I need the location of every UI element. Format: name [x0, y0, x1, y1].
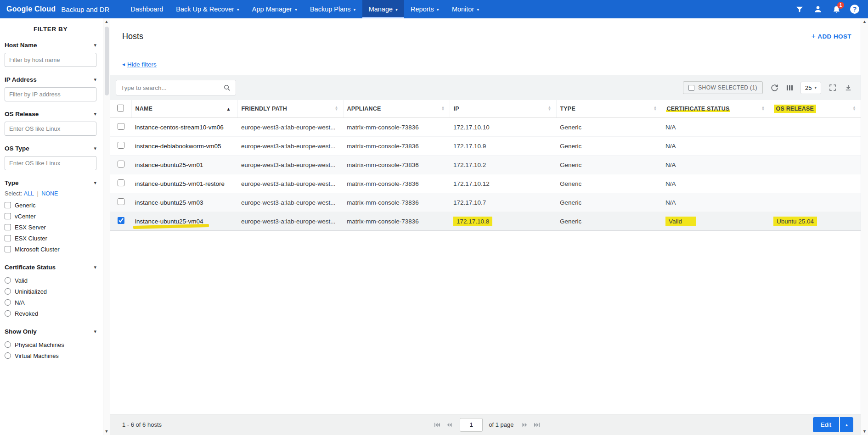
table-row-selected[interactable]: instance-ubuntu25-vm04 europe-west3-a:la… [110, 212, 861, 231]
radio-button[interactable] [5, 299, 11, 306]
column-header-name[interactable]: NAME▲ [131, 100, 237, 118]
column-header-ip[interactable]: IP▲▼ [450, 100, 556, 118]
select-all-checkbox-header[interactable] [110, 100, 131, 118]
checkbox[interactable] [5, 235, 11, 241]
user-account-icon[interactable] [810, 1, 826, 17]
filter-header-host-name[interactable]: Host Name ▾ [5, 42, 96, 49]
type-option-esx-server[interactable]: ESX Server [5, 222, 96, 233]
row-checkbox[interactable] [118, 142, 124, 149]
table-row[interactable]: instance-centos-stream10-vm06 europe-wes… [110, 118, 861, 137]
nav-item-dashboard[interactable]: Dashboard [124, 0, 169, 18]
column-settings-icon[interactable] [786, 84, 793, 91]
row-checkbox[interactable] [118, 179, 124, 186]
filter-header-show-only[interactable]: Show Only ▾ [5, 328, 96, 335]
notifications-bell-icon[interactable]: 1 [829, 1, 844, 17]
radio-button[interactable] [5, 341, 11, 348]
row-checkbox[interactable] [118, 161, 124, 167]
cert-option-valid[interactable]: Valid [5, 275, 96, 286]
row-checkbox[interactable] [118, 123, 124, 130]
nav-item-backup-plans[interactable]: Backup Plans▾ [304, 0, 362, 18]
type-option-generic[interactable]: Generic [5, 200, 96, 211]
select-none-link[interactable]: NONE [41, 190, 58, 197]
sort-icon[interactable]: ▲▼ [334, 106, 338, 111]
search-input[interactable] [121, 84, 223, 91]
first-page-icon[interactable] [433, 421, 441, 429]
search-icon[interactable] [223, 84, 231, 92]
row-checkbox[interactable] [118, 198, 124, 205]
os-type-filter-input[interactable] [5, 156, 96, 170]
column-header-certificate-status[interactable]: CERTIFICATE STATUS▲▼ [662, 100, 770, 118]
table-row[interactable]: instance-ubuntu25-vm01 europe-west3-a:la… [110, 156, 861, 174]
nav-item-monitor[interactable]: Monitor▾ [445, 0, 485, 18]
filter-icon[interactable] [792, 1, 807, 17]
checkbox[interactable] [5, 202, 11, 208]
nav-item-manage[interactable]: Manage▾ [362, 0, 404, 18]
sort-icon[interactable]: ▲▼ [653, 106, 657, 111]
ip-address-filter-input[interactable] [5, 87, 96, 101]
show-only-virtual-machines[interactable]: Virtual Machines [5, 350, 96, 361]
filter-header-certificate-status[interactable]: Certificate Status ▾ [5, 264, 96, 271]
download-icon[interactable] [844, 84, 852, 92]
filter-header-os-type[interactable]: OS Type ▾ [5, 145, 96, 152]
nav-item-reports[interactable]: Reports▾ [404, 0, 445, 18]
sort-icon[interactable]: ▲▼ [547, 106, 551, 111]
edit-menu-caret-button[interactable]: ▴ [840, 417, 853, 432]
next-page-icon[interactable] [520, 421, 529, 429]
page-number-input[interactable] [460, 418, 483, 432]
select-all-link[interactable]: ALL [24, 190, 34, 197]
filter-header-os-release[interactable]: OS Release ▾ [5, 111, 96, 117]
checkbox[interactable] [688, 85, 694, 91]
hide-filters-link[interactable]: ◂ Hide filters [122, 60, 157, 69]
table-row[interactable]: instance-ubuntu25-vm01-restore europe-we… [110, 174, 861, 193]
hosts-main-panel: Hosts + ADD HOST ◂ Hide filters SHOW SEL… [110, 18, 861, 435]
type-option-microsoft-cluster[interactable]: Microsoft Cluster [5, 244, 96, 255]
column-header-appliance[interactable]: APPLIANCE▲▼ [343, 100, 450, 118]
refresh-icon[interactable] [770, 84, 779, 92]
sort-icon[interactable]: ▲▼ [441, 106, 445, 111]
cert-option-uninitialized[interactable]: Uninitialized [5, 286, 96, 297]
radio-button[interactable] [5, 310, 11, 317]
table-row[interactable]: instance-debiabookworm-vm05 europe-west3… [110, 137, 861, 156]
sort-ascending-icon[interactable]: ▲ [226, 106, 231, 112]
cert-option-revoked[interactable]: Revoked [5, 308, 96, 319]
type-option-esx-cluster[interactable]: ESX Cluster [5, 233, 96, 244]
checkbox[interactable] [5, 213, 11, 219]
help-icon[interactable]: ? [847, 1, 862, 17]
scrollbar-thumb[interactable] [105, 27, 109, 95]
checkbox[interactable] [5, 224, 11, 230]
last-page-icon[interactable] [533, 421, 541, 429]
cert-option-na[interactable]: N/A [5, 297, 96, 308]
filter-header-type[interactable]: Type ▾ [5, 179, 96, 186]
select-all-checkbox[interactable] [117, 105, 124, 112]
column-header-os-release[interactable]: OS RELEASE▲▼ [770, 100, 861, 118]
column-header-type[interactable]: TYPE▲▼ [556, 100, 662, 118]
row-checkbox[interactable] [118, 217, 124, 224]
radio-button[interactable] [5, 352, 11, 359]
show-only-physical-machines[interactable]: Physical Machines [5, 339, 96, 350]
window-scrollbar[interactable]: ▲ ▼ [861, 18, 868, 435]
radio-button[interactable] [5, 277, 11, 284]
fullscreen-icon[interactable] [829, 84, 837, 92]
nav-item-app-manager[interactable]: App Manager▾ [246, 0, 304, 18]
nav-item-backup-recover[interactable]: Back Up & Recover▾ [169, 0, 246, 18]
sidebar-scrollbar[interactable]: ▲ ▼ [103, 18, 110, 435]
scroll-up-arrow-icon[interactable]: ▲ [862, 20, 867, 24]
table-row[interactable]: instance-ubuntu25-vm03 europe-west3-a:la… [110, 193, 861, 212]
filter-header-ip-address[interactable]: IP Address ▾ [5, 76, 96, 83]
radio-button[interactable] [5, 288, 11, 295]
host-name-filter-input[interactable] [5, 53, 96, 67]
scroll-up-arrow-icon[interactable]: ▲ [105, 20, 109, 24]
scroll-down-arrow-icon[interactable]: ▼ [105, 429, 109, 434]
checkbox[interactable] [5, 246, 11, 252]
previous-page-icon[interactable] [445, 421, 454, 429]
column-header-friendly-path[interactable]: FRIENDLY PATH▲▼ [237, 100, 343, 118]
edit-button[interactable]: Edit [813, 417, 839, 432]
add-host-button[interactable]: + ADD HOST [812, 32, 851, 40]
show-selected-toggle[interactable]: SHOW SELECTED (1) [683, 81, 763, 94]
sort-icon[interactable]: ▲▼ [852, 106, 856, 111]
scroll-down-arrow-icon[interactable]: ▼ [862, 429, 867, 434]
page-size-select[interactable]: 25 ▾ [800, 82, 821, 94]
sort-icon[interactable]: ▲▼ [761, 106, 765, 111]
os-release-filter-input[interactable] [5, 122, 96, 136]
type-option-vcenter[interactable]: vCenter [5, 211, 96, 222]
